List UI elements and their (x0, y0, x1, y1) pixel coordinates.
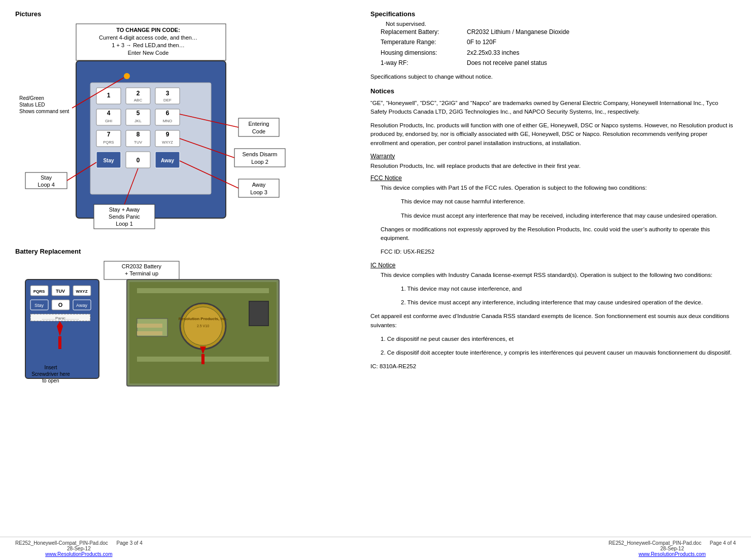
svg-text:9: 9 (166, 131, 169, 138)
svg-text:Entering: Entering (249, 121, 269, 127)
specifications-section: Specifications Not supervised. Replaceme… (370, 10, 736, 80)
left-panel: Pictures TO CHANGE PIN CODE: Current 4-d… (15, 10, 360, 527)
svg-text:Away: Away (252, 182, 266, 188)
svg-text:Insert: Insert (44, 365, 57, 370)
svg-text:Sends Disarm: Sends Disarm (242, 151, 277, 157)
footer-right-doc: RE252_Honeywell-Compat_PIN-Pad.doc (608, 540, 701, 546)
svg-text:0: 0 (136, 157, 140, 164)
battery-title: Battery Replacement (15, 248, 350, 255)
footer-right-page: Page 4 of 4 (710, 540, 736, 546)
footer-right: RE252_Honeywell-Compat_PIN-Pad.doc Page … (608, 540, 736, 557)
fcc-condition2: This device must accept any interference… (401, 212, 736, 220)
spec-label-0: Replacement Battery: (381, 27, 462, 37)
svg-text:GHI: GHI (105, 119, 112, 123)
svg-text:1: 1 (107, 92, 111, 99)
svg-text:DEF: DEF (163, 98, 172, 102)
footer-left-page: Page 3 of 4 (117, 540, 143, 546)
svg-rect-90 (137, 288, 269, 293)
footer-left: RE252_Honeywell-Compat_PIN-Pad.doc Page … (15, 540, 143, 557)
pictures-title: Pictures (15, 10, 350, 18)
spec-value-1: 0F to 120F (467, 37, 496, 47)
svg-rect-97 (201, 354, 204, 364)
notices-title: Notices (370, 87, 736, 95)
cet-para1: Cet appareil est conforme avec d’Industr… (370, 312, 736, 330)
svg-text:Stay: Stay (35, 303, 44, 308)
svg-text:PQRS: PQRS (103, 140, 114, 145)
fcc-id: FCC ID: U5X-RE252 (381, 248, 736, 256)
svg-text:WXYZ: WXYZ (162, 140, 173, 145)
right-panel: Specifications Not supervised. Replaceme… (360, 10, 736, 527)
svg-text:Status LED: Status LED (19, 102, 45, 108)
notice-para-1: “GE”, “Honeywell”, “DSC”, “2GIG” and “Na… (370, 99, 736, 117)
svg-text:2: 2 (136, 90, 140, 97)
spec-row-2: Housing dimensions: 2x2.25x0.33 inches (381, 48, 736, 58)
svg-text:TO CHANGE PIN CODE:: TO CHANGE PIN CODE: (116, 27, 180, 33)
svg-text:Red/Green: Red/Green (19, 95, 44, 101)
spec-label-2: Housing dimensions: (381, 48, 462, 58)
svg-text:6: 6 (166, 110, 169, 117)
fcc-heading: FCC Notice (370, 174, 736, 182)
warranty-block: Warranty Resolution Products, Inc. will … (370, 153, 736, 170)
svg-text:O: O (58, 302, 63, 308)
svg-text:Current 4-digit access code, a: Current 4-digit access code, and then… (99, 34, 197, 41)
spec-table: Replacement Battery: CR2032 Lithium / Ma… (381, 27, 736, 68)
svg-text:Stay: Stay (41, 174, 52, 181)
svg-point-6 (124, 73, 130, 79)
ic-condition1: 1. This device may not cause interferenc… (401, 285, 736, 293)
warranty-text: Resolution Products, Inc. will replace p… (370, 162, 736, 170)
spec-label-3: 1-way RF: (381, 58, 462, 68)
spec-note: Specifications subject to change without… (370, 74, 736, 80)
spec-row-1: Temperature Range: 0F to 120F (381, 37, 736, 47)
battery-diagram: CR2032 Battery + Terminal up PQRS TUV WX… (15, 260, 330, 397)
svg-text:ABC: ABC (134, 98, 143, 102)
spec-row-3: 1-way RF: Does not receive panel status (381, 58, 736, 68)
svg-rect-84 (58, 336, 61, 349)
ic-intro: This device complies with Industry Canad… (381, 271, 736, 279)
footer-right-date: 28-Sep-12 (660, 546, 684, 551)
svg-rect-100 (137, 331, 162, 335)
svg-text:JKL: JKL (134, 119, 142, 123)
svg-text:Loop 4: Loop 4 (38, 182, 55, 188)
svg-text:CR2032 Battery: CR2032 Battery (122, 263, 162, 269)
svg-text:WXYZ: WXYZ (76, 289, 87, 294)
svg-rect-102 (250, 302, 268, 325)
svg-text:Away: Away (76, 303, 87, 308)
svg-rect-99 (137, 324, 162, 328)
svg-text:5: 5 (136, 110, 140, 117)
spec-value-0: CR2032 Lithium / Manganese Dioxide (467, 27, 569, 37)
pictures-section: Pictures TO CHANGE PIN CODE: Current 4-d… (15, 10, 350, 237)
svg-text:+ Terminal up: + Terminal up (125, 270, 158, 276)
notices-section: Notices “GE”, “Honeywell”, “DSC”, “2GIG”… (370, 87, 736, 371)
svg-text:TUV: TUV (56, 289, 65, 294)
footer-left-url[interactable]: www.ResolutionProducts.com (45, 551, 112, 557)
footer-right-url[interactable]: www.ResolutionProducts.com (639, 551, 706, 557)
spec-value-2: 2x2.25x0.33 inches (467, 48, 519, 58)
notice-para-2: Resolution Products, Inc. products will … (370, 121, 736, 148)
fcc-condition1: This device may not cause harmful interf… (401, 197, 736, 206)
ic-block: IC Notice This device complies with Indu… (370, 262, 736, 371)
svg-text:Stay + Away: Stay + Away (109, 206, 140, 213)
svg-text:to open: to open (42, 378, 59, 383)
svg-text:Shows command sent: Shows command sent (19, 109, 70, 114)
svg-text:Enter New Code: Enter New Code (128, 50, 169, 56)
svg-text:Sends Panic: Sends Panic (109, 214, 140, 220)
svg-text:............Panic............: ............Panic............ (42, 316, 79, 321)
svg-text:Resolution Products, Inc.: Resolution Products, Inc. (179, 317, 227, 321)
svg-text:Away: Away (161, 158, 174, 163)
svg-text:MNO: MNO (163, 119, 173, 123)
ic-heading: IC Notice (370, 262, 736, 269)
spec-row-0: Replacement Battery: CR2032 Lithium / Ma… (381, 27, 736, 37)
svg-text:2.5 V10: 2.5 V10 (197, 324, 209, 328)
svg-text:3: 3 (166, 90, 169, 97)
fcc-changes: Changes or modifications not expressly a… (381, 225, 736, 243)
footer-left-doc: RE252_Honeywell-Compat_PIN-Pad.doc (15, 540, 108, 546)
fcc-intro: This device complies with Part 15 of the… (381, 184, 736, 192)
cet-condition1: 1. Ce dispositif ne peut causer des inte… (381, 335, 736, 343)
svg-text:Loop 1: Loop 1 (116, 221, 133, 227)
svg-text:Screwdriver here: Screwdriver here (31, 371, 70, 377)
svg-text:Stay: Stay (103, 158, 114, 163)
svg-text:TUV: TUV (134, 140, 143, 145)
spec-label-1: Temperature Range: (381, 37, 462, 47)
not-supervised: Not supervised. (386, 21, 736, 27)
svg-text:4: 4 (107, 110, 111, 117)
